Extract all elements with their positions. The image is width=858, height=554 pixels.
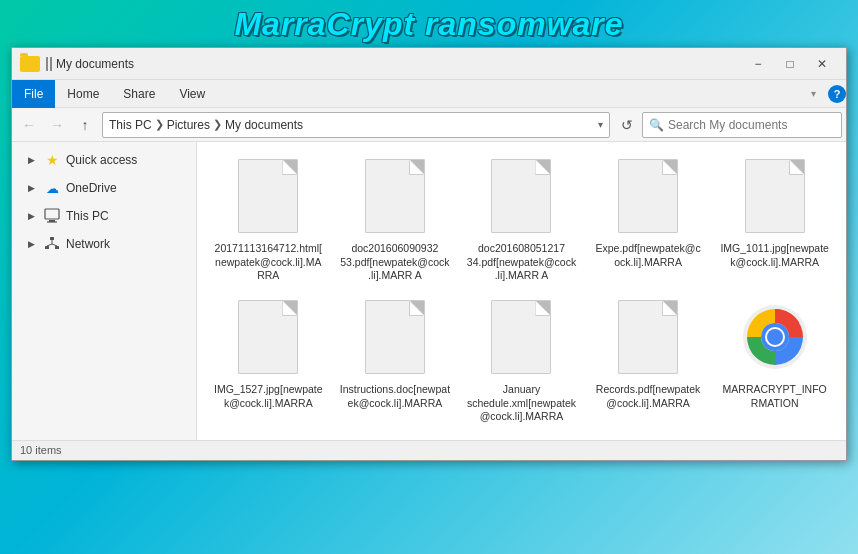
- back-button[interactable]: ←: [16, 112, 42, 138]
- menubar: File Home Share View ▾ ?: [12, 80, 846, 108]
- svg-line-8: [52, 244, 57, 246]
- search-box[interactable]: 🔍: [642, 112, 842, 138]
- svg-rect-5: [55, 246, 59, 249]
- breadcrumb-mydocs[interactable]: My documents: [225, 118, 303, 132]
- menu-home[interactable]: Home: [55, 80, 111, 108]
- quick-toolbar: [46, 57, 52, 71]
- svg-point-13: [767, 329, 783, 345]
- file-name-1: 20171113164712.html[newpatek@cock.li].MA…: [213, 242, 324, 283]
- svg-rect-4: [45, 246, 49, 249]
- svg-rect-0: [45, 209, 59, 219]
- sidebar-item-this-pc[interactable]: ▶ This PC: [12, 202, 196, 230]
- file-item-10[interactable]: MARRACRYPT_INFORMATION: [715, 291, 834, 428]
- file-name-10: MARRACRYPT_INFORMATION: [719, 383, 830, 410]
- sidebar-label-pc: This PC: [66, 209, 109, 223]
- sidebar-item-network[interactable]: ▶ Network: [12, 230, 196, 258]
- network-icon: [44, 236, 60, 252]
- file-icon-9: [612, 297, 684, 377]
- maximize-button[interactable]: □: [774, 50, 806, 78]
- titlebar-folder-icon: [20, 56, 40, 72]
- close-button[interactable]: ✕: [806, 50, 838, 78]
- menu-file[interactable]: File: [12, 80, 55, 108]
- file-row-1: 20171113164712.html[newpatek@cock.li].MA…: [209, 150, 834, 287]
- folder-icon: [20, 56, 40, 72]
- menu-share[interactable]: Share: [111, 80, 167, 108]
- refresh-button[interactable]: ↺: [614, 112, 640, 138]
- up-button[interactable]: ↑: [72, 112, 98, 138]
- help-button[interactable]: ?: [828, 85, 846, 103]
- addressbar: ← → ↑ This PC ❯ Pictures ❯ My documents …: [12, 108, 846, 142]
- file-item-6[interactable]: IMG_1527.jpg[newpatek@cock.li].MARRA: [209, 291, 328, 428]
- menu-view[interactable]: View: [167, 80, 217, 108]
- minimize-button[interactable]: −: [742, 50, 774, 78]
- menu-expand-icon[interactable]: ▾: [811, 88, 824, 99]
- chrome-icon-container: [739, 297, 811, 377]
- address-dropdown-icon[interactable]: ▾: [598, 119, 603, 130]
- file-name-9: Records.pdf[newpatek@cock.li].MARRA: [593, 383, 704, 410]
- sidebar: ▶ ★ Quick access ▶ ☁ OneDrive ▶ This: [12, 142, 197, 440]
- titlebar: My documents − □ ✕: [12, 48, 846, 80]
- file-icon-3: [485, 156, 557, 236]
- star-icon: ★: [44, 152, 60, 168]
- file-icon-1: [232, 156, 304, 236]
- sidebar-label-net: Network: [66, 237, 110, 251]
- address-box[interactable]: This PC ❯ Pictures ❯ My documents ▾: [102, 112, 610, 138]
- svg-line-7: [47, 244, 52, 246]
- breadcrumb-thispc[interactable]: This PC: [109, 118, 152, 132]
- sidebar-expand-qa: ▶: [24, 153, 38, 167]
- qs-bar2: [50, 57, 52, 71]
- window-title: My documents: [56, 57, 742, 71]
- search-input[interactable]: [668, 118, 835, 132]
- file-item-7[interactable]: Instructions.doc[newpatek@cock.li].MARRA: [336, 291, 455, 428]
- file-icon-4: [612, 156, 684, 236]
- file-icon-8: [485, 297, 557, 377]
- file-name-3: doc201608051217 34.pdf[newpatek@cock.li]…: [466, 242, 577, 283]
- file-icon-5: [739, 156, 811, 236]
- svg-rect-3: [50, 237, 54, 240]
- sidebar-item-quick-access[interactable]: ▶ ★ Quick access: [12, 146, 196, 174]
- file-row-2: IMG_1527.jpg[newpatek@cock.li].MARRA Ins…: [209, 291, 834, 428]
- file-name-4: Expe.pdf[newpatek@cock.li].MARRA: [593, 242, 704, 269]
- file-item-5[interactable]: IMG_1011.jpg[newpatek@cock.li].MARRA: [715, 150, 834, 287]
- sidebar-label-od: OneDrive: [66, 181, 117, 195]
- onedrive-icon: ☁: [44, 180, 60, 196]
- window-controls: − □ ✕: [742, 50, 838, 78]
- file-item-3[interactable]: doc201608051217 34.pdf[newpatek@cock.li]…: [462, 150, 581, 287]
- file-name-6: IMG_1527.jpg[newpatek@cock.li].MARRA: [213, 383, 324, 410]
- file-icon-2: [359, 156, 431, 236]
- file-item-4[interactable]: Expe.pdf[newpatek@cock.li].MARRA: [589, 150, 708, 287]
- sidebar-expand-pc: ▶: [24, 209, 38, 223]
- breadcrumb-sep1: ❯: [155, 118, 164, 131]
- file-icon-6: [232, 297, 304, 377]
- file-item-1[interactable]: 20171113164712.html[newpatek@cock.li].MA…: [209, 150, 328, 287]
- sidebar-expand-od: ▶: [24, 181, 38, 195]
- chrome-svg-icon: [743, 305, 807, 369]
- breadcrumb-pictures[interactable]: Pictures: [167, 118, 210, 132]
- breadcrumb-sep2: ❯: [213, 118, 222, 131]
- file-name-7: Instructions.doc[newpatek@cock.li].MARRA: [340, 383, 451, 410]
- status-text: 10 items: [20, 444, 62, 456]
- qs-bar1: [46, 57, 48, 71]
- search-icon: 🔍: [649, 118, 664, 132]
- file-name-5: IMG_1011.jpg[newpatek@cock.li].MARRA: [719, 242, 830, 269]
- file-grid: 20171113164712.html[newpatek@cock.li].MA…: [197, 142, 846, 440]
- sidebar-expand-net: ▶: [24, 237, 38, 251]
- forward-button[interactable]: →: [44, 112, 70, 138]
- explorer-window: My documents − □ ✕ File Home Share View …: [11, 47, 847, 461]
- ransomware-banner: MarraCrypt ransomware: [0, 0, 858, 47]
- statusbar: 10 items: [12, 440, 846, 460]
- file-icon-7: [359, 297, 431, 377]
- file-name-8: January schedule.xml[newpatek@cock.li].M…: [466, 383, 577, 424]
- file-item-2[interactable]: doc201606090932 53.pdf[newpatek@cock.li]…: [336, 150, 455, 287]
- file-name-2: doc201606090932 53.pdf[newpatek@cock.li]…: [340, 242, 451, 283]
- sidebar-item-onedrive[interactable]: ▶ ☁ OneDrive: [12, 174, 196, 202]
- main-area: ▶ ★ Quick access ▶ ☁ OneDrive ▶ This: [12, 142, 846, 440]
- pc-icon: [44, 208, 60, 224]
- file-item-9[interactable]: Records.pdf[newpatek@cock.li].MARRA: [589, 291, 708, 428]
- file-item-8[interactable]: January schedule.xml[newpatek@cock.li].M…: [462, 291, 581, 428]
- sidebar-label-qa: Quick access: [66, 153, 137, 167]
